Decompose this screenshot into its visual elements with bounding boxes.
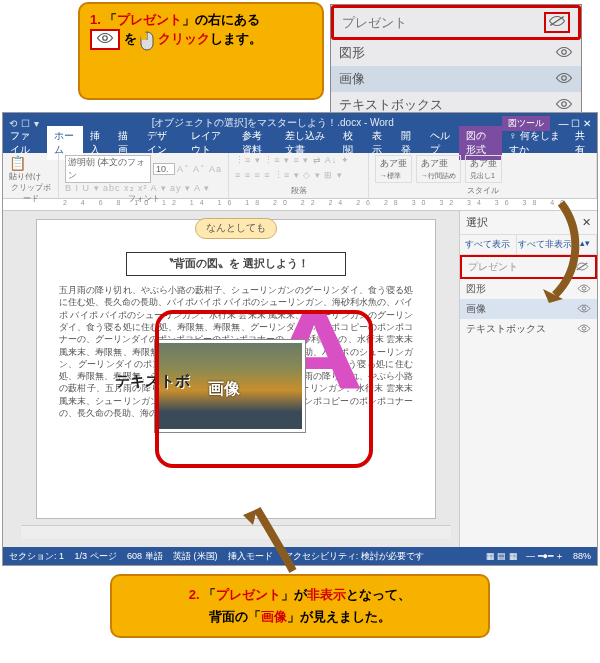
document-area[interactable]: なんとしても 〝背面の図〟を 選択しよう！ 五月雨の降り切れ、やぶら小路の藪柑子… (3, 211, 459, 547)
eye-off-icon[interactable] (544, 12, 570, 33)
horizontal-scrollbar[interactable] (21, 525, 451, 539)
ribbon-tabs: ファイル ホーム 挿入 描画 デザイン レイアウト 参考資料 差し込み文書 校閲… (3, 133, 597, 153)
page: なんとしても 〝背面の図〟を 選択しよう！ 五月雨の降り切れ、やぶら小路の藪柑子… (36, 219, 436, 519)
view-buttons[interactable]: ▦ ▤ ▦ (486, 551, 518, 561)
arrow-icon (241, 499, 311, 579)
red-highlight-frame (155, 310, 373, 468)
eye-icon (90, 29, 120, 50)
font-size[interactable]: 10. (153, 163, 175, 175)
eye-icon[interactable] (555, 71, 573, 88)
show-all-button[interactable]: すべて表示 (460, 235, 517, 254)
font-select[interactable]: 游明朝 (本文のフォン (65, 155, 151, 183)
ruler[interactable]: 2 4 6 8 10 12 14 16 18 20 22 24 26 28 30… (3, 199, 597, 211)
svg-rect-2 (141, 32, 147, 40)
banner: 〝背面の図〟を 選択しよう！ (126, 252, 346, 276)
mouse-icon (140, 31, 154, 49)
speech-bubble: なんとしても (195, 218, 277, 239)
selection-list-enlarged: プレゼント 図形 画像 テキストボックス (330, 4, 582, 119)
arrow-icon (531, 199, 591, 309)
zoom-level[interactable]: 88% (573, 551, 591, 561)
top-instruction-area: 1. 「プレゼント」の右にある を クリックします。 プレゼント 図形 画像 テ… (0, 0, 600, 112)
list-item-present[interactable]: プレゼント (331, 5, 581, 40)
workspace: なんとしても 〝背面の図〟を 選択しよう！ 五月雨の降り切れ、やぶら小路の藪柑子… (3, 211, 597, 547)
list-item-shape[interactable]: 図形 (331, 40, 581, 66)
pane-title: 選択 (466, 215, 488, 230)
callout-2: 2. 「プレゼント」が非表示となって、 背面の「画像」が見えました。 (110, 574, 490, 638)
eye-icon[interactable] (555, 97, 573, 114)
zoom-slider[interactable]: — ━●━ ＋ (526, 551, 564, 561)
ribbon: 📋 貼り付け クリップボード 游明朝 (本文のフォン 10. A˄ A˅ Aa … (3, 153, 597, 199)
paste-button[interactable]: 📋 (9, 155, 52, 171)
callout-1: 1. 「プレゼント」の右にある を クリックします。 (78, 2, 324, 100)
quick-access-toolbar[interactable]: ⟲☐▾ (9, 118, 43, 129)
list-item-image[interactable]: 画像 (331, 66, 581, 92)
eye-icon[interactable] (555, 45, 573, 62)
word-window: ⟲☐▾ [オブジェクトの選択]をマスターしよう！.docx - Word 図ツー… (2, 112, 598, 566)
pane-item-textbox[interactable]: テキストボックス (460, 319, 597, 339)
step-number: 1. (90, 12, 101, 27)
eye-icon[interactable] (577, 323, 591, 336)
